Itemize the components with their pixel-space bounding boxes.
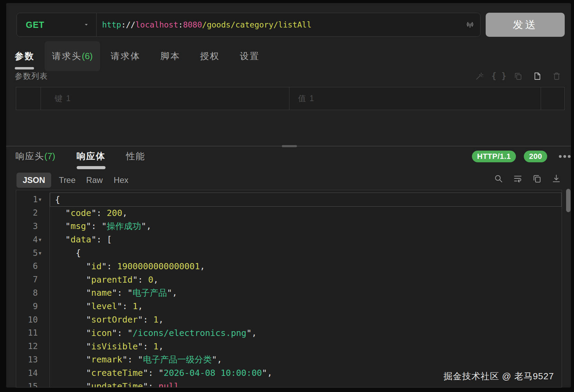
param-key-input[interactable] bbox=[41, 87, 289, 110]
format-tab-4[interactable]: Hex bbox=[114, 175, 129, 185]
tab-label: 设置 bbox=[240, 51, 260, 61]
code-line: 1▼{ bbox=[16, 193, 562, 206]
line-gutter: 6 bbox=[16, 260, 50, 273]
params-toolbar: { } bbox=[475, 72, 561, 81]
line-number: 2 bbox=[33, 208, 38, 218]
tab-label: 响应头 bbox=[15, 151, 44, 161]
magic-wand-icon[interactable] bbox=[475, 72, 484, 81]
fold-toggle-icon[interactable]: ▼ bbox=[38, 250, 42, 255]
code-text: "msg": "操作成功", bbox=[50, 220, 152, 232]
param-value-cell bbox=[289, 87, 541, 110]
code-line: 5▼ { bbox=[16, 246, 562, 260]
file-icon[interactable] bbox=[533, 72, 542, 81]
line-number: 12 bbox=[28, 341, 38, 351]
tab-count-badge: (7) bbox=[44, 151, 55, 161]
params-title: 参数列表 bbox=[15, 71, 48, 81]
line-number: 15 bbox=[28, 382, 38, 388]
method-label: GET bbox=[26, 20, 44, 30]
copy-icon[interactable] bbox=[532, 174, 542, 184]
url-text: http://localhost:8080/goods/category/lis… bbox=[102, 20, 465, 29]
code-text: "createTime": "2026-04-08 10:00:00", bbox=[50, 368, 272, 378]
code-text: "name": "电子产品", bbox=[50, 287, 177, 298]
line-number: 14 bbox=[28, 368, 38, 378]
line-number: 11 bbox=[28, 328, 38, 338]
line-gutter: 7 bbox=[16, 273, 50, 286]
app-frame: GET http://localhost:8080/goods/category… bbox=[0, 0, 574, 392]
code-text: "code": 200, bbox=[50, 208, 128, 218]
line-gutter: 4▼ bbox=[16, 233, 50, 246]
code-line: 11 "icon": "/icons/electronics.png", bbox=[16, 326, 562, 340]
format-tab-3[interactable]: Raw bbox=[86, 175, 103, 185]
url-input[interactable]: http://localhost:8080/goods/category/lis… bbox=[97, 13, 480, 36]
tab-label: 性能 bbox=[126, 151, 145, 161]
request-url-bar: GET http://localhost:8080/goods/category… bbox=[16, 13, 481, 37]
tab-count-badge: (6) bbox=[82, 51, 93, 61]
request-tab-6[interactable]: 设置 bbox=[240, 50, 260, 62]
request-tab-2[interactable]: 请求头(6) bbox=[45, 41, 100, 71]
download-icon[interactable] bbox=[551, 174, 561, 184]
viewer-toolbar bbox=[494, 174, 561, 184]
realtime-broadcast-icon[interactable] bbox=[465, 20, 475, 30]
line-gutter: 12 bbox=[16, 340, 50, 353]
line-number: 4 bbox=[33, 235, 38, 244]
line-number: 7 bbox=[33, 275, 38, 284]
code-text: "parentId": 0, bbox=[50, 275, 158, 285]
fold-toggle-icon[interactable]: ▼ bbox=[38, 197, 42, 202]
tab-label: 脚本 bbox=[161, 51, 180, 61]
tab-label: JSON bbox=[23, 175, 45, 185]
response-format-tabs: JSONTreeRawHex bbox=[16, 173, 129, 188]
braces-icon[interactable]: { } bbox=[494, 72, 504, 81]
url-segment: /goods/category/listAll bbox=[202, 20, 312, 29]
code-line: 3 "msg": "操作成功", bbox=[16, 220, 562, 233]
code-text: { bbox=[50, 248, 81, 258]
code-text: "data": [ bbox=[50, 235, 112, 244]
line-number: 5 bbox=[33, 248, 38, 258]
fold-toggle-icon[interactable]: ▼ bbox=[38, 237, 42, 242]
code-line: 6 "id": 1900000000000001, bbox=[16, 260, 562, 273]
send-button[interactable]: 发送 bbox=[486, 13, 565, 37]
more-options-icon[interactable] bbox=[559, 155, 571, 158]
code-text: "id": 1900000000000001, bbox=[50, 261, 205, 271]
code-line: 8 "name": "电子产品", bbox=[16, 286, 562, 300]
format-tab-2[interactable]: Tree bbox=[59, 175, 75, 185]
request-tabs: 参数请求头(6)请求体脚本授权设置 bbox=[15, 42, 260, 70]
line-gutter: 14 bbox=[16, 366, 50, 380]
line-gutter: 8 bbox=[16, 286, 50, 300]
line-number: 8 bbox=[33, 288, 38, 298]
code-line: 4▼ "data": [ bbox=[16, 233, 562, 246]
pane-divider-handle[interactable] bbox=[282, 145, 297, 147]
url-segment: 8080 bbox=[183, 20, 202, 29]
chevron-down-icon bbox=[83, 22, 89, 28]
code-text: "icon": "/icons/electronics.png", bbox=[50, 328, 257, 338]
request-tab-3[interactable]: 请求体 bbox=[111, 50, 141, 62]
response-tab-1[interactable]: 响应头(7) bbox=[15, 150, 55, 162]
param-value-input[interactable] bbox=[289, 87, 541, 110]
method-select[interactable]: GET bbox=[17, 13, 97, 36]
params-bar: 参数列表 { } bbox=[15, 70, 561, 82]
trash-icon[interactable] bbox=[552, 72, 561, 81]
line-number: 6 bbox=[33, 261, 38, 271]
param-checkbox-cell[interactable] bbox=[16, 87, 41, 110]
code-text: "level": 1, bbox=[50, 301, 143, 311]
status-code-badge: 200 bbox=[524, 151, 547, 162]
line-gutter: 10 bbox=[16, 313, 50, 326]
code-line: 13 "remark": "电子产品一级分类", bbox=[16, 353, 562, 367]
tab-label: 请求体 bbox=[111, 51, 141, 61]
code-text: "updateTime": null bbox=[50, 381, 179, 388]
watermark: 掘金技术社区 @ 老马9527 bbox=[443, 370, 554, 382]
protocol-badge: HTTP/1.1 bbox=[472, 151, 516, 162]
response-body-panel[interactable]: 1▼{2 "code": 200,3 "msg": "操作成功",4▼ "dat… bbox=[16, 190, 562, 388]
tab-label: 请求头 bbox=[52, 51, 82, 61]
code-text: "sortOrder": 1, bbox=[50, 315, 164, 325]
format-tab-1[interactable]: JSON bbox=[16, 173, 51, 188]
request-tab-1[interactable]: 参数 bbox=[15, 50, 35, 62]
request-tab-5[interactable]: 授权 bbox=[200, 50, 220, 62]
search-icon[interactable] bbox=[494, 174, 504, 184]
request-tab-4[interactable]: 脚本 bbox=[161, 50, 180, 62]
response-tab-2[interactable]: 响应体 bbox=[77, 150, 106, 162]
copy-icon[interactable] bbox=[514, 72, 523, 81]
scrollbar-thumb[interactable] bbox=[566, 189, 571, 212]
word-wrap-icon[interactable] bbox=[513, 174, 523, 184]
line-gutter: 5▼ bbox=[16, 246, 50, 260]
response-tab-3[interactable]: 性能 bbox=[126, 150, 145, 162]
